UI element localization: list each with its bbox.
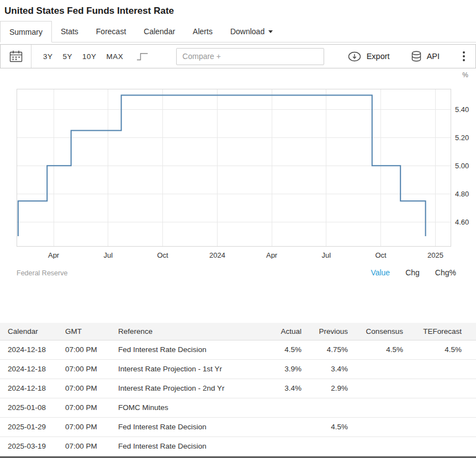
x-tick-label: Oct	[157, 251, 168, 259]
tab-download[interactable]: Download	[221, 21, 282, 42]
cell-calendar: 2025-01-29	[0, 417, 59, 436]
calendar-table-row[interactable]: 2024-12-1807:00 PMInterest Rate Projecti…	[0, 359, 476, 379]
y-tick-label: 5.20	[455, 134, 469, 142]
cell-teforecast	[410, 417, 476, 436]
tab-bar: SummaryStatsForecastCalendarAlertsDownlo…	[0, 21, 476, 42]
column-header-calendar: Calendar	[0, 323, 59, 340]
cell-reference: Interest Rate Projection - 2nd Yr	[112, 379, 268, 398]
column-header-reference: Reference	[112, 323, 268, 340]
y-tick-label: 5.40	[455, 105, 469, 114]
chart-mode-chg[interactable]: Chg	[405, 268, 420, 277]
cell-teforecast: 4.5%	[410, 340, 476, 359]
api-button[interactable]: API	[411, 51, 440, 62]
cell-teforecast	[410, 436, 476, 456]
cell-previous	[308, 436, 355, 456]
kebab-menu-icon	[462, 51, 466, 62]
calendar-table-header-row: CalendarGMTReferenceActualPreviousConsen…	[0, 323, 476, 340]
cell-gmt: 07:00 PM	[59, 398, 112, 417]
cell-consensus	[355, 398, 410, 417]
chart-toolbar: 3Y5Y10YMAX Export API	[0, 44, 476, 68]
api-database-icon	[411, 51, 422, 62]
calendar-table-row[interactable]: 2024-12-1807:00 PMFed Interest Rate Deci…	[0, 340, 476, 359]
y-tick-label: 5.00	[455, 162, 469, 170]
column-header-previous: Previous	[308, 323, 355, 340]
x-tick-label: 2024	[209, 251, 225, 259]
cell-actual: 3.4%	[268, 379, 308, 398]
calendar-section: CalendarGMTReferenceActualPreviousConsen…	[0, 323, 476, 456]
cell-consensus	[355, 379, 410, 398]
tab-forecast[interactable]: Forecast	[87, 21, 135, 42]
cell-calendar: 2024-12-18	[0, 379, 59, 398]
bottom-divider	[0, 456, 476, 458]
column-header-teforecast: TEForecast	[410, 323, 476, 340]
cell-previous: 4.5%	[308, 417, 355, 436]
calendar-table-row[interactable]: 2025-01-0807:00 PMFOMC Minutes	[0, 398, 476, 417]
tab-label: Download	[230, 27, 265, 36]
cell-teforecast	[410, 379, 476, 398]
cell-calendar: 2024-12-18	[0, 359, 59, 379]
range-button-3y[interactable]: 3Y	[42, 50, 54, 63]
cell-teforecast	[410, 359, 476, 379]
column-header-gmt: GMT	[59, 323, 112, 340]
tab-calendar[interactable]: Calendar	[135, 21, 184, 42]
cell-gmt: 07:00 PM	[59, 417, 112, 436]
plot-border	[17, 89, 451, 246]
chart-mode-chgpct[interactable]: Chg%	[435, 268, 456, 277]
range-buttons-group: 3Y5Y10YMAX	[42, 50, 124, 63]
y-tick-label: 4.60	[455, 218, 469, 226]
tab-stats[interactable]: Stats	[52, 21, 87, 42]
export-button[interactable]: Export	[347, 51, 390, 62]
tab-label: Forecast	[96, 27, 126, 36]
tab-alerts[interactable]: Alerts	[184, 21, 221, 42]
x-tick-label: Oct	[375, 251, 387, 259]
cell-reference: Fed Interest Rate Decision	[112, 340, 268, 359]
chart-type-button[interactable]	[134, 50, 151, 63]
cell-calendar: 2025-01-08	[0, 398, 59, 417]
cell-consensus	[355, 417, 410, 436]
x-tick-label: Apr	[48, 251, 60, 259]
export-cloud-icon	[347, 51, 362, 62]
cell-gmt: 07:00 PM	[59, 379, 112, 398]
x-tick-label: Jul	[322, 251, 331, 259]
cell-calendar: 2025-03-19	[0, 436, 59, 456]
tab-summary[interactable]: Summary	[0, 21, 52, 42]
x-tick-label: Apr	[266, 251, 278, 259]
cell-reference: Fed Interest Rate Decision	[112, 436, 268, 456]
step-line-icon	[136, 52, 149, 61]
cell-consensus: 4.5%	[355, 340, 410, 359]
calendar-table-row[interactable]: 2024-12-1807:00 PMInterest Rate Projecti…	[0, 379, 476, 398]
page-title: United States Fed Funds Interest Rate	[0, 0, 476, 21]
cell-previous: 2.9%	[308, 379, 355, 398]
calendar-table-row[interactable]: 2025-01-2907:00 PMFed Interest Rate Deci…	[0, 417, 476, 436]
cell-previous: 3.4%	[308, 359, 355, 379]
compare-input[interactable]	[176, 48, 324, 65]
cell-actual	[268, 417, 308, 436]
tab-label: Calendar	[144, 27, 175, 36]
cell-previous	[308, 398, 355, 417]
fed-funds-rate-chart[interactable]: AprJulOct2024AprJulOct20254.604.805.005.…	[0, 68, 476, 259]
cell-consensus	[355, 436, 410, 456]
chart-source-label: Federal Reserve	[17, 269, 67, 277]
cell-consensus	[355, 359, 410, 379]
range-button-max[interactable]: MAX	[105, 50, 125, 63]
chart-footer: Federal Reserve ValueChgChg%	[0, 259, 476, 278]
chevron-down-icon	[268, 30, 273, 33]
cell-actual: 3.9%	[268, 359, 308, 379]
x-tick-label: Jul	[104, 251, 113, 259]
range-button-10y[interactable]: 10Y	[81, 50, 98, 63]
x-tick-label: 2025	[427, 251, 443, 259]
cell-gmt: 07:00 PM	[59, 340, 112, 359]
cell-calendar: 2024-12-18	[0, 340, 59, 359]
calendar-table-row[interactable]: 2025-03-1907:00 PMFed Interest Rate Deci…	[0, 436, 476, 456]
tab-label: Alerts	[193, 27, 213, 36]
more-options-button[interactable]	[461, 50, 467, 63]
cell-actual: 4.5%	[268, 340, 308, 359]
chart-mode-value[interactable]: Value	[371, 268, 390, 277]
cell-gmt: 07:00 PM	[59, 436, 112, 456]
cell-reference: Interest Rate Projection - 1st Yr	[112, 359, 268, 379]
chart-mode-switcher: ValueChgChg%	[371, 268, 456, 277]
export-label: Export	[367, 52, 390, 61]
range-button-5y[interactable]: 5Y	[62, 50, 74, 63]
cell-actual	[268, 436, 308, 456]
date-range-calendar-button[interactable]	[1, 45, 31, 68]
